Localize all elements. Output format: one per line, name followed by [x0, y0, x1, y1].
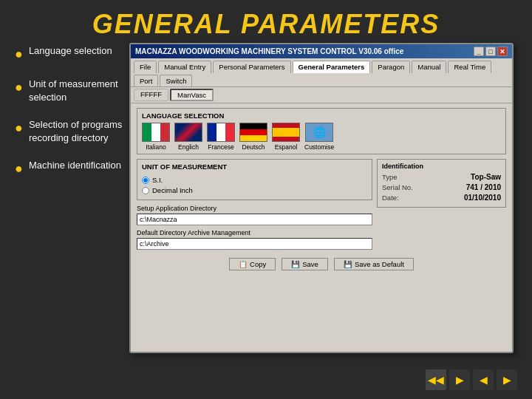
archive-dir-group: Default Directory Archive Management	[137, 229, 372, 250]
flag-img-french	[207, 123, 235, 142]
main-window: MACNAZZA WOODWORKING MACHINERY SYSTEM CO…	[129, 43, 514, 353]
id-value-type: Top-Saw	[471, 173, 501, 181]
save-default-label: Save as Default	[355, 260, 404, 268]
tab-switch[interactable]: Switch	[160, 75, 192, 86]
close-button[interactable]: ✕	[497, 47, 508, 56]
language-section-title: LANGUAGE SELECTION	[142, 112, 501, 120]
tab-manual-entry[interactable]: Manual Entry	[158, 61, 211, 73]
window-body: LANGUAGE SELECTION Italiano Englich Fran…	[131, 103, 512, 275]
unit-section: Unit of Measurement S.I. Decimal Inch	[137, 159, 372, 200]
id-key-date: Date:	[382, 194, 399, 202]
maximize-button[interactable]: □	[485, 47, 496, 56]
save-icon: 💾	[291, 260, 300, 268]
bullet-dot: ●	[15, 45, 23, 63]
flag-label-custom: Customise	[304, 143, 334, 151]
flag-spanish[interactable]: Espanol	[272, 123, 300, 151]
bullet-text-machine: Machine identification	[29, 159, 121, 172]
col-right: Identification Type Top-Saw Serial No. 7…	[377, 159, 506, 253]
flag-img-custom: 🌐	[305, 123, 333, 142]
bullet-item-machine: ● Machine identification	[15, 159, 137, 177]
id-value-serial: 741 / 2010	[466, 183, 501, 191]
two-col-layout: Unit of Measurement S.I. Decimal Inch	[137, 159, 506, 253]
id-row-type: Type Top-Saw	[382, 173, 501, 181]
bullet-text-language: Language selection	[29, 44, 112, 58]
radio-decimal[interactable]: Decimal Inch	[142, 186, 367, 194]
bullet-item-unit: ● Unit of measurement selection	[15, 78, 137, 103]
window-title: MACNAZZA WOODWORKING MACHINERY SYSTEM CO…	[135, 47, 403, 55]
bullet-dot-2: ●	[15, 78, 23, 96]
bullet-text-selection: Selection of programs recording director…	[29, 118, 137, 144]
nav-next[interactable]: ▶	[497, 369, 517, 390]
tab-file[interactable]: File	[134, 61, 157, 73]
flag-label-french: Francese	[208, 143, 233, 151]
flag-label-italian: Italiano	[146, 143, 166, 151]
flag-label-spanish: Espanol	[275, 143, 298, 151]
copy-icon: 📋	[239, 260, 248, 268]
col-left: Unit of Measurement S.I. Decimal Inch	[137, 159, 372, 253]
copy-button[interactable]: 📋 Copy	[229, 258, 276, 270]
setup-dir-input[interactable]	[137, 214, 372, 225]
language-section: LANGUAGE SELECTION Italiano Englich Fran…	[137, 108, 506, 154]
flag-german[interactable]: Deutsch	[239, 123, 267, 151]
id-row-date: Date: 01/10/2010	[382, 194, 501, 202]
nav-prev[interactable]: ◀	[473, 369, 494, 390]
tab-port[interactable]: Port	[134, 75, 158, 86]
flag-img-spanish	[272, 123, 300, 142]
radio-si[interactable]: S.I.	[142, 176, 367, 184]
flag-img-german	[239, 123, 267, 142]
bullet-dot-4: ●	[15, 160, 23, 177]
nav-prev-prev[interactable]: ◀◀	[426, 369, 446, 390]
setup-dir-label: Setup Application Directory	[137, 205, 372, 212]
identification-title: Identification	[382, 163, 501, 170]
id-key-type: Type	[382, 173, 398, 181]
flag-label-german: Deutsch	[242, 143, 265, 151]
id-key-serial: Serial No.	[382, 183, 413, 191]
radio-decimal-input[interactable]	[142, 187, 149, 194]
tab-personal-params[interactable]: Personal Parameters	[213, 61, 290, 73]
bottom-nav: ◀◀ ▶ ◀ ▶	[426, 369, 517, 390]
subtab-2[interactable]: ManVasc	[170, 89, 214, 101]
bullet-text-unit: Unit of measurement selection	[29, 78, 137, 103]
tab-real-time[interactable]: Real Time	[448, 61, 491, 73]
unit-radio-group: S.I. Decimal Inch	[142, 174, 367, 197]
flag-img-english	[174, 123, 202, 142]
identification-box: Identification Type Top-Saw Serial No. 7…	[377, 159, 506, 208]
setup-dir-group: Setup Application Directory	[137, 205, 372, 225]
language-flags: Italiano Englich Francese Deutsch Espano…	[142, 123, 501, 151]
save-button[interactable]: 💾 Save	[282, 258, 328, 270]
flag-img-italian	[142, 123, 170, 142]
radio-si-label: S.I.	[152, 176, 163, 184]
id-value-date: 01/10/2010	[464, 194, 501, 202]
bullet-item-selection: ● Selection of programs recording direct…	[15, 118, 137, 144]
archive-dir-label: Default Directory Archive Management	[137, 229, 372, 236]
save-default-button[interactable]: 💾 Save as Default	[334, 258, 414, 270]
bullet-item-language: ● Language selection	[15, 44, 137, 63]
id-row-serial: Serial No. 741 / 2010	[382, 183, 501, 191]
flag-french[interactable]: Francese	[207, 123, 235, 151]
save-label: Save	[302, 260, 318, 268]
save-default-icon: 💾	[344, 260, 352, 268]
unit-section-title: Unit of Measurement	[142, 163, 367, 171]
bullet-dot-3: ●	[15, 119, 23, 137]
copy-label: Copy	[250, 260, 266, 268]
bottom-buttons: 📋 Copy 💾 Save 💾 Save as Default	[137, 258, 506, 270]
subtab-1[interactable]: FFFFF	[134, 89, 168, 101]
flag-label-english: Englich	[178, 143, 199, 151]
subtab-bar: FFFFF ManVasc	[131, 87, 512, 103]
tab-general-params[interactable]: General Parameters	[293, 61, 371, 73]
archive-dir-input[interactable]	[137, 238, 372, 250]
tab-paragon[interactable]: Paragon	[372, 61, 410, 73]
radio-si-input[interactable]	[142, 177, 149, 184]
bullet-list: ● Language selection ● Unit of measureme…	[15, 44, 137, 193]
tab-bar: File Manual Entry Personal Parameters Ge…	[131, 58, 512, 87]
window-controls[interactable]: _ □ ✕	[474, 47, 508, 56]
page-title: GENERAL PARAMETERS	[0, 0, 532, 46]
flag-custom[interactable]: 🌐 Customise	[304, 123, 334, 151]
nav-forward[interactable]: ▶	[449, 369, 470, 390]
flag-english[interactable]: Englich	[174, 123, 202, 151]
tab-manual[interactable]: Manual	[412, 61, 446, 73]
minimize-button[interactable]: _	[474, 47, 484, 56]
window-titlebar: MACNAZZA WOODWORKING MACHINERY SYSTEM CO…	[131, 44, 512, 58]
flag-italian[interactable]: Italiano	[142, 123, 170, 151]
radio-decimal-label: Decimal Inch	[152, 186, 193, 194]
